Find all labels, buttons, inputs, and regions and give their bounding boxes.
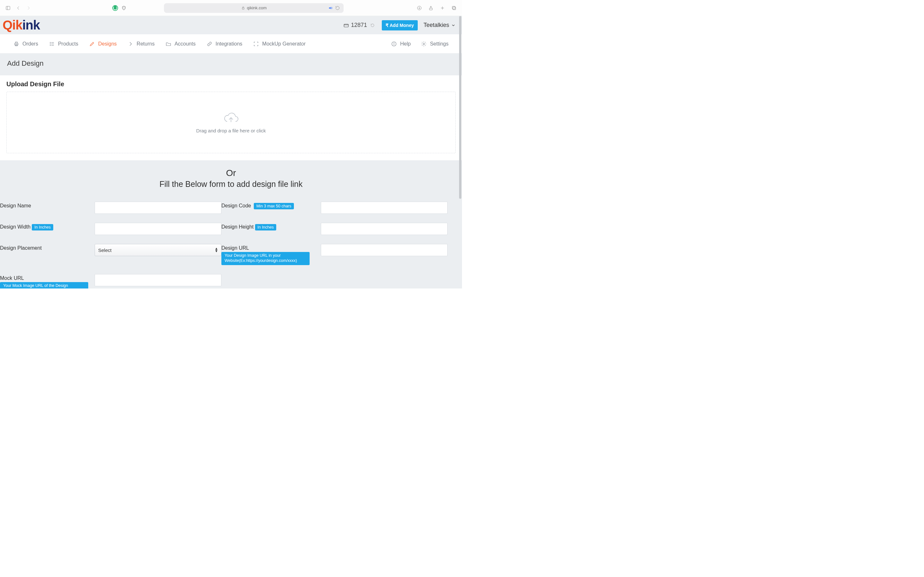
nav-mockup-generator[interactable]: MockUp Generator: [249, 38, 310, 50]
printer-icon: [13, 41, 19, 47]
main-nav: Orders Products Designs Returns Accounts…: [0, 34, 462, 53]
upload-section-title: Upload Design File: [6, 81, 456, 88]
nav-returns[interactable]: Returns: [123, 38, 159, 50]
svg-point-18: [50, 44, 51, 44]
page-title: Add Design: [0, 53, 462, 75]
nav-products[interactable]: Products: [45, 38, 83, 50]
badge-mock-url-hint: Your Mock Image URL of the Design (Ex:ht…: [0, 282, 88, 288]
badge-width-unit: In Inches: [32, 224, 53, 230]
chevron-down-icon: [451, 23, 456, 27]
add-money-button[interactable]: ₹ Add Money: [382, 20, 418, 31]
input-design-name[interactable]: [95, 201, 221, 214]
svg-point-23: [423, 43, 425, 45]
input-design-height[interactable]: [321, 223, 447, 235]
svg-rect-9: [452, 6, 455, 9]
label-design-code: Design Code Min 3 max 50 chars: [221, 201, 321, 210]
chevron-right-icon: [128, 41, 134, 47]
scrollbar-thumb[interactable]: [459, 16, 461, 199]
dropzone-text: Drag and drop a file here or click: [196, 128, 266, 133]
label-design-placement: Design Placement: [0, 244, 95, 251]
nav-orders[interactable]: Orders: [9, 38, 43, 50]
input-mock-url[interactable]: [95, 274, 221, 286]
sidebar-toggle-icon[interactable]: [5, 5, 11, 11]
forward-icon: [25, 5, 32, 11]
privacy-shield-icon[interactable]: [121, 5, 126, 11]
scrollbar[interactable]: [459, 16, 462, 285]
address-bar[interactable]: qikink.com: [164, 3, 344, 13]
input-design-width[interactable]: [95, 223, 221, 235]
badge-height-unit: In Inches: [255, 224, 276, 230]
input-design-code[interactable]: [321, 201, 447, 214]
info-icon: [391, 41, 397, 47]
svg-rect-8: [453, 7, 456, 10]
wallet-icon: [343, 23, 349, 28]
gear-icon: [421, 41, 427, 47]
audio-icon[interactable]: [328, 6, 333, 10]
reload-icon[interactable]: [334, 5, 341, 11]
badge-design-url-hint: Your Design Image URL in your Website(Ex…: [221, 252, 310, 265]
browser-toolbar: qikink.com: [0, 0, 462, 16]
cloud-upload-icon: [223, 112, 239, 123]
link-icon: [207, 41, 212, 47]
label-mock-url: Mock URL Your Mock Image URL of the Desi…: [0, 274, 95, 288]
folder-icon: [166, 41, 171, 47]
svg-rect-0: [6, 6, 10, 10]
svg-rect-12: [15, 42, 17, 43]
wallet-balance[interactable]: 12871: [343, 22, 376, 29]
label-design-name: Design Name: [0, 201, 95, 209]
nav-settings[interactable]: Settings: [417, 38, 453, 50]
user-menu[interactable]: Teetalkies: [423, 22, 456, 29]
svg-rect-10: [344, 24, 349, 27]
svg-rect-11: [15, 43, 18, 45]
share-icon[interactable]: [427, 5, 435, 11]
label-design-height: Design HeightIn Inches: [221, 223, 321, 230]
new-tab-icon[interactable]: [439, 5, 446, 11]
badge-design-code-hint: Min 3 max 50 chars: [254, 203, 294, 210]
nav-help[interactable]: Help: [387, 38, 415, 50]
svg-rect-2: [242, 8, 244, 9]
label-design-width: Design WidthIn Inches: [0, 223, 95, 230]
pencil-icon: [89, 41, 95, 47]
list-icon: [49, 41, 55, 47]
input-design-url[interactable]: [321, 244, 447, 256]
frame-icon: [253, 41, 259, 47]
app-header: Qikink 12871 ₹ Add Money Teetalkies: [0, 16, 462, 34]
form-intro: Or Fill the Below form to add design fil…: [0, 160, 462, 200]
svg-point-19: [50, 45, 51, 45]
select-design-placement[interactable]: Select: [95, 244, 221, 256]
nav-accounts[interactable]: Accounts: [161, 38, 200, 50]
nav-designs[interactable]: Designs: [85, 38, 121, 50]
grammarly-icon[interactable]: [112, 5, 118, 11]
label-design-url: Design URL Your Design Image URL in your…: [221, 244, 321, 265]
brand-logo[interactable]: Qikink: [2, 18, 40, 32]
back-icon[interactable]: [15, 5, 22, 11]
downloads-icon[interactable]: [416, 5, 423, 11]
tabs-overview-icon[interactable]: [451, 5, 457, 11]
nav-integrations[interactable]: Integrations: [202, 38, 247, 50]
file-dropzone[interactable]: Drag and drop a file here or click: [6, 92, 456, 153]
svg-point-17: [50, 42, 51, 43]
wallet-refresh-icon[interactable]: [369, 22, 376, 29]
design-form: Design Name Design Code Min 3 max 50 cha…: [0, 200, 462, 288]
url-host: qikink.com: [247, 5, 267, 10]
svg-point-22: [394, 43, 394, 43]
